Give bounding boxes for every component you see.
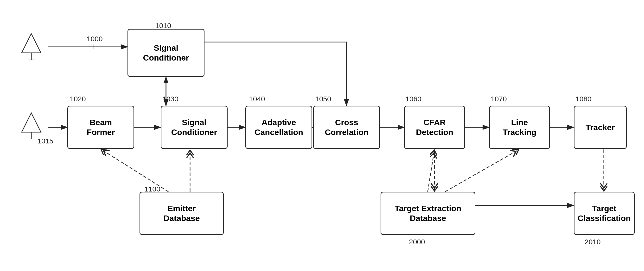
- svg-marker-25: [22, 113, 41, 132]
- ref-1015: 1015: [37, 137, 54, 145]
- antenna-bottom: [19, 110, 43, 140]
- cross-correlation: CrossCorrelation: [313, 106, 380, 149]
- ref-1040: 1040: [249, 95, 265, 103]
- ref-2010: 2010: [584, 238, 601, 246]
- cfar-detection: CFARDetection: [404, 106, 465, 149]
- emitter-database: EmitterDatabase: [140, 192, 224, 235]
- ref-1030: 1030: [162, 95, 178, 103]
- ref-1020: 1020: [70, 95, 86, 103]
- target-extraction-database: Target ExtractionDatabase: [380, 192, 475, 235]
- antenna-top: [19, 31, 43, 61]
- ref-1080: 1080: [576, 95, 592, 103]
- svg-line-14: [428, 149, 434, 192]
- ref-1100: 1100: [144, 185, 160, 193]
- ref-1070: 1070: [491, 95, 507, 103]
- ref-1050: 1050: [315, 95, 331, 103]
- signal-conditioner-mid: SignalConditioner: [161, 106, 228, 149]
- adaptive-cancellation: AdaptiveCancellation: [246, 106, 312, 149]
- signal-conditioner-top: SignalConditioner: [128, 29, 204, 77]
- line-tracking: LineTracking: [489, 106, 550, 149]
- ref-1060: 1060: [405, 95, 422, 103]
- tracker: Tracker: [574, 106, 627, 149]
- ref-1010: 1010: [155, 22, 171, 30]
- ref-1000: 1000: [86, 35, 103, 43]
- svg-line-15: [445, 149, 519, 192]
- beam-former: BeamFormer: [67, 106, 134, 149]
- ref-2000: 2000: [409, 238, 425, 246]
- target-classification: TargetClassification: [574, 192, 634, 235]
- svg-marker-22: [22, 34, 41, 53]
- diagram: SignalConditioner BeamFormer SignalCondi…: [0, 0, 644, 271]
